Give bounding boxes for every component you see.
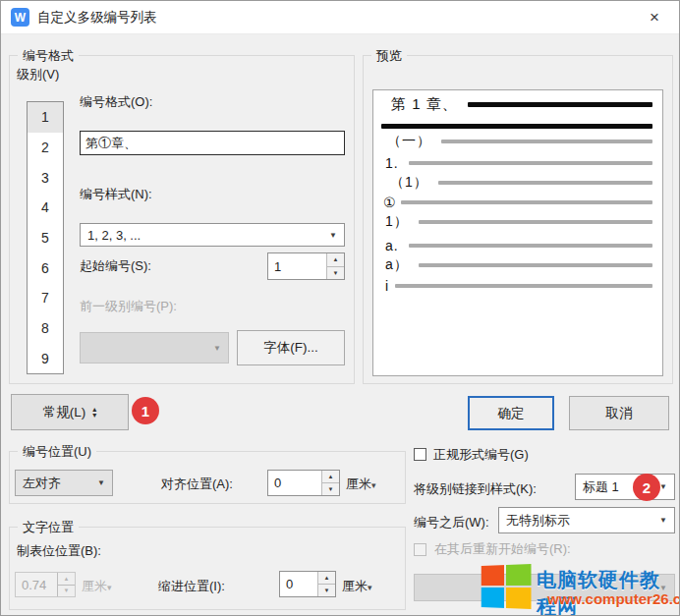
annotation-badge-1: 1 <box>132 397 159 424</box>
spin-up-icon[interactable]: ▲ <box>327 253 344 266</box>
follow-number-label: 编号之后(W): <box>414 514 489 532</box>
logo-quadrant <box>506 564 532 586</box>
chevron-down-icon: ▼ <box>659 482 667 491</box>
align-position-spinner[interactable]: 0 ▲ ▼ <box>267 470 340 496</box>
chevron-down-icon: ▾ <box>368 583 372 592</box>
spin-down-icon: ▼ <box>58 585 75 597</box>
logo-quadrant <box>482 565 504 586</box>
dialog-title: 自定义多级编号列表 <box>37 1 157 33</box>
indent-position-value: 0 <box>280 572 317 596</box>
level-listbox[interactable]: 1 2 3 4 5 6 7 8 9 <box>27 101 64 374</box>
follow-number-value: 无特别标示 <box>506 512 570 530</box>
chevron-down-icon: ▼ <box>659 516 667 525</box>
logo-quadrant <box>482 588 504 608</box>
preview-text-line <box>441 140 652 143</box>
alignment-dropdown[interactable]: 左对齐 ▼ <box>15 470 113 496</box>
chevron-down-icon: ▼ <box>213 344 221 353</box>
preview-text-line <box>401 200 652 204</box>
legal-numbering-checkbox[interactable] <box>414 448 426 461</box>
preview-number: i <box>385 278 389 294</box>
preview-row: （一） <box>381 132 652 151</box>
spin-up-icon[interactable]: ▲ <box>318 572 335 584</box>
preview-text-line <box>409 244 652 248</box>
start-number-label: 起始编号(S): <box>80 257 151 275</box>
preview-text-line <box>381 124 652 129</box>
level-item-1[interactable]: 1 <box>28 102 63 133</box>
alignment-value: 左对齐 <box>23 475 61 492</box>
preview-number: 1） <box>385 213 409 231</box>
close-icon[interactable]: × <box>638 1 671 33</box>
number-format-input[interactable]: 第①章、 <box>80 131 345 155</box>
preview-group-title: 预览 <box>371 47 407 65</box>
indent-unit-dropdown[interactable]: 厘米▾ <box>342 578 372 595</box>
indent-position-label: 缩进位置(I): <box>158 578 225 595</box>
link-style-value: 标题 1 <box>583 478 619 496</box>
number-format-group-title: 编号格式 <box>18 47 79 65</box>
chevron-down-icon: ▼ <box>97 478 105 487</box>
font-button[interactable]: 字体(F)... <box>237 330 345 365</box>
watermark-site-url: www.computer26.com <box>547 590 680 607</box>
level-item-4[interactable]: 4 <box>28 193 63 223</box>
preview-row: i <box>381 276 652 296</box>
tab-position-label: 制表位位置(B): <box>17 542 101 560</box>
level-item-7[interactable]: 7 <box>28 283 63 313</box>
start-number-value: 1 <box>268 253 326 279</box>
text-position-group-title: 文字位置 <box>18 519 79 536</box>
title-bar: W 自定义多级编号列表 × <box>1 1 679 34</box>
spin-up-icon: ▲ <box>58 573 75 585</box>
windows-logo-icon <box>482 564 532 609</box>
preview-row: 1） <box>381 212 652 232</box>
number-style-dropdown[interactable]: 1, 2, 3, ... ▼ <box>80 223 345 247</box>
collapse-arrows-icon: ▴▾ <box>92 407 96 419</box>
chevron-down-icon: ▾ <box>371 480 376 490</box>
tab-unit-dropdown: 厘米▾ <box>82 578 112 595</box>
spin-down-icon[interactable]: ▼ <box>318 584 335 596</box>
multilevel-numbering-dialog: W 自定义多级编号列表 × 编号格式 级别(V) 1 2 3 4 5 6 7 8… <box>0 0 680 616</box>
preview-number: （1） <box>390 174 428 192</box>
wps-writer-icon: W <box>11 8 29 27</box>
start-number-spinner[interactable]: 1 ▲ ▼ <box>267 252 345 280</box>
preview-number: 第 1 章、 <box>391 95 458 114</box>
preview-row: a） <box>381 255 652 275</box>
preview-row: a. <box>381 236 652 255</box>
link-style-label: 将级别链接到样式(K): <box>414 480 537 498</box>
tab-position-value: 0.74 <box>16 573 57 596</box>
preview-row: ① <box>381 193 652 212</box>
indent-position-spinner[interactable]: 0 ▲ ▼ <box>279 571 336 597</box>
preview-number: a） <box>385 256 409 274</box>
text-position-group: 文字位置 <box>9 527 406 610</box>
level-item-6[interactable]: 6 <box>28 252 63 283</box>
align-unit-dropdown[interactable]: 厘米▾ <box>346 476 376 493</box>
level-item-5[interactable]: 5 <box>28 223 63 253</box>
restart-numbering-label: 在其后重新开始编号(R): <box>434 540 571 558</box>
general-collapse-button[interactable]: 常规(L) ▴▾ <box>11 394 129 430</box>
spin-down-icon[interactable]: ▼ <box>327 266 344 280</box>
ok-button[interactable]: 确定 <box>468 396 554 430</box>
cancel-button[interactable]: 取消 <box>569 396 669 430</box>
preview-text-line <box>468 102 652 107</box>
previous-level-dropdown: ▼ <box>80 332 229 364</box>
align-position-value: 0 <box>268 471 321 495</box>
preview-number: a. <box>385 238 399 253</box>
preview-number: ① <box>383 195 397 210</box>
spin-up-icon[interactable]: ▲ <box>322 471 339 482</box>
previous-level-label: 前一级别编号(P): <box>80 298 177 315</box>
level-item-3[interactable]: 3 <box>28 162 63 193</box>
preview-text-line <box>419 220 652 224</box>
level-item-9[interactable]: 9 <box>28 343 63 373</box>
number-style-value: 1, 2, 3, ... <box>87 228 141 243</box>
tab-position-spinner: 0.74 ▲ ▼ <box>15 572 76 597</box>
preview-text-line <box>395 284 652 288</box>
annotation-badge-2: 2 <box>633 474 660 501</box>
level-item-8[interactable]: 8 <box>28 313 63 344</box>
spin-down-icon[interactable]: ▼ <box>322 482 339 495</box>
preview-number: 1. <box>385 155 399 171</box>
preview-row: 1. <box>381 153 652 173</box>
preview-pane: 第 1 章、 （一） 1. （1） ① 1） a. <box>372 89 663 376</box>
align-position-label: 对齐位置(A): <box>161 476 233 493</box>
level-item-2[interactable]: 2 <box>28 133 63 163</box>
number-style-label: 编号样式(N): <box>80 186 152 203</box>
align-unit-label: 厘米 <box>346 476 371 491</box>
legal-numbering-label: 正规形式编号(G) <box>433 446 529 464</box>
follow-number-dropdown[interactable]: 无特别标示 ▼ <box>498 507 675 533</box>
